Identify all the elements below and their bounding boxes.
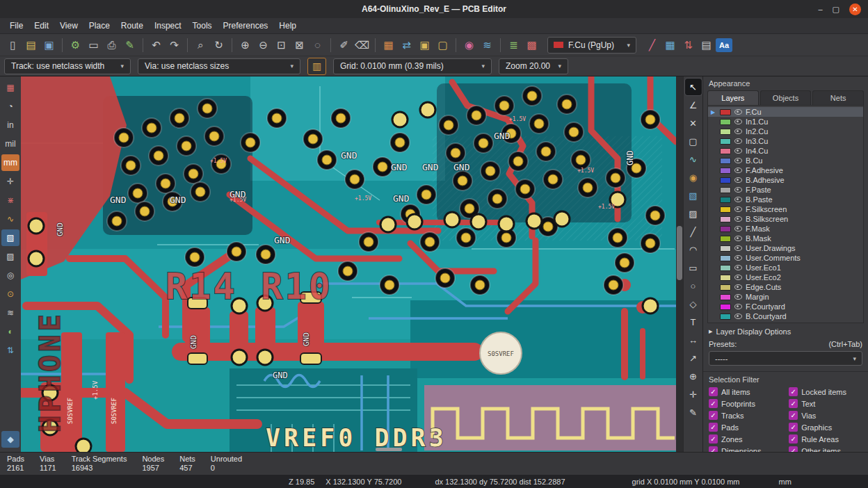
grid-selector[interactable]: Grid: 0.0100 mm (0.39 mils) ▾ (333, 58, 492, 74)
visibility-eye-icon[interactable] (734, 265, 742, 270)
layer-row-in4-cu[interactable]: In4.Cu (708, 146, 863, 156)
layer-row-b-courtyard[interactable]: B.Courtyard (708, 311, 863, 321)
visibility-eye-icon[interactable] (734, 314, 742, 319)
tab-nets[interactable]: Nets (812, 90, 864, 105)
highlight-net-icon[interactable]: ◉ (460, 36, 478, 54)
add-leader-icon[interactable]: ↗ (685, 350, 702, 366)
pad[interactable] (499, 216, 514, 231)
layer-color-swatch[interactable] (720, 255, 731, 261)
pad[interactable] (471, 214, 486, 229)
visibility-eye-icon[interactable] (734, 255, 742, 261)
track-width-selector[interactable]: Track: use netclass width ▾ (4, 58, 131, 74)
draw-line-icon[interactable]: ╱ (685, 223, 702, 240)
units-mm-icon[interactable]: mm (1, 154, 19, 171)
visibility-eye-icon[interactable] (734, 294, 742, 300)
new-board-icon[interactable]: ▯ (4, 36, 22, 54)
pad[interactable] (29, 218, 44, 234)
grid-style-icon[interactable]: ▦ (661, 36, 679, 54)
filter-item-footprints[interactable]: ✓Footprints (709, 399, 786, 408)
scrollbar-thumb[interactable] (677, 226, 682, 280)
layer-color-swatch[interactable] (720, 314, 731, 320)
layer-row-f-mask[interactable]: F.Mask (708, 224, 863, 234)
visibility-eye-icon[interactable] (734, 197, 742, 202)
visibility-eye-icon[interactable] (734, 284, 742, 290)
pad[interactable] (420, 102, 435, 117)
checkbox-checked-icon[interactable]: ✓ (709, 399, 718, 408)
visibility-eye-icon[interactable] (734, 236, 742, 241)
layer-row-in3-cu[interactable]: In3.Cu (708, 136, 863, 146)
footprint-editor-icon[interactable]: ▦ (380, 36, 397, 54)
edit-icon[interactable]: ✐ (335, 36, 353, 54)
menu-item-inspect[interactable]: Inspect (149, 19, 187, 32)
layer-row-f-adhesive[interactable]: F.Adhesive (708, 165, 863, 175)
layer-row-user-eco2[interactable]: User.Eco2 (708, 273, 863, 282)
filter-item-all-items[interactable]: ✓All items (709, 387, 786, 396)
layer-color-swatch[interactable] (720, 138, 731, 145)
add-dimension-icon[interactable]: ↔ (685, 332, 702, 348)
checkbox-checked-icon[interactable]: ✓ (789, 434, 798, 444)
filter-item-graphics[interactable]: ✓Graphics (789, 423, 862, 432)
menu-item-edit[interactable]: Edit (29, 19, 54, 32)
units-inches-icon[interactable]: in (1, 117, 19, 133)
delete-tool-icon[interactable]: ✕ (685, 115, 702, 131)
layer-color-swatch[interactable] (720, 109, 731, 115)
pad[interactable] (257, 350, 273, 365)
filter-item-zones[interactable]: ✓Zones (709, 434, 786, 444)
lock-icon[interactable]: ▣ (416, 36, 433, 54)
pad[interactable] (444, 212, 460, 227)
zoom-selector[interactable]: Zoom 20.00 ▾ (499, 58, 568, 74)
tab-layers[interactable]: Layers (707, 90, 759, 105)
pad[interactable] (554, 211, 570, 227)
highlight-toggle-icon[interactable]: ╱ (643, 36, 661, 54)
pad[interactable] (232, 350, 247, 365)
add-zone-icon[interactable]: ▧ (685, 187, 702, 204)
tab-objects[interactable]: Objects (760, 90, 812, 105)
pcb-canvas[interactable]: GNDGNDGNDGNDGNDGNDGNDGNDGNDGNDGNDGNDGNDG… (21, 76, 676, 452)
pad[interactable] (76, 439, 91, 452)
checkbox-checked-icon[interactable]: ✓ (789, 423, 798, 432)
pad[interactable] (527, 213, 542, 229)
checkbox-checked-icon[interactable]: ✓ (709, 423, 718, 432)
board-setup-icon[interactable]: ⚙ (67, 36, 84, 54)
layer-display-options[interactable]: ▸ Layer Display Options (703, 323, 868, 338)
pad[interactable] (380, 217, 396, 232)
grid-origin-icon[interactable]: ✛ (685, 386, 702, 402)
filter-item-rule-areas[interactable]: ✓Rule Areas (789, 434, 862, 444)
refresh-icon[interactable]: ↻ (210, 36, 227, 54)
select-tool-icon[interactable]: ↖ (685, 79, 702, 95)
ruler-tool-icon[interactable]: ∠ (685, 97, 702, 113)
layer-color-swatch[interactable] (720, 226, 731, 232)
zoom-selection-icon[interactable]: ◌ (309, 36, 326, 54)
cursor-shape-icon[interactable]: ✛ (1, 173, 19, 190)
pad[interactable] (29, 251, 44, 266)
net-inspector-panel-icon[interactable]: ▤ (698, 36, 715, 54)
net-inspector-icon[interactable]: ≣ (505, 36, 522, 54)
drc-icon[interactable]: ▩ (523, 36, 540, 54)
filter-item-locked-items[interactable]: ✓Locked items (789, 387, 862, 396)
menu-item-file[interactable]: File (4, 19, 29, 32)
zoom-in-icon[interactable]: ⊕ (236, 36, 254, 54)
filter-item-vias[interactable]: ✓Vias (789, 411, 862, 420)
menu-item-view[interactable]: View (54, 19, 83, 32)
layer-row-f-silkscreen[interactable]: F.Silkscreen (708, 204, 863, 214)
layer-row-b-adhesive[interactable]: B.Adhesive (708, 175, 863, 185)
menu-item-route[interactable]: Route (115, 19, 149, 32)
checkbox-checked-icon[interactable]: ✓ (709, 434, 718, 444)
undo-icon[interactable]: ↶ (147, 36, 165, 54)
update-pcb-icon[interactable]: ⇄ (398, 36, 415, 54)
grid-toggle-icon[interactable]: ▦ (1, 79, 19, 96)
expand-arrow-icon[interactable]: ▸ (709, 327, 713, 336)
layer-color-swatch[interactable] (720, 304, 731, 310)
layer-row-b-paste[interactable]: B.Paste (708, 195, 863, 204)
layer-row-margin[interactable]: Margin (708, 292, 863, 302)
filter-item-text[interactable]: ✓Text (789, 399, 862, 408)
via-sketch-icon[interactable]: ⊙ (1, 286, 19, 302)
via-size-selector[interactable]: Via: use netclass sizes ▾ (138, 58, 300, 74)
zoom-fit-icon[interactable]: ⊡ (273, 36, 290, 54)
add-keepout-icon[interactable]: ▨ (685, 205, 702, 222)
layer-color-swatch[interactable] (720, 177, 731, 184)
layer-row-user-eco1[interactable]: User.Eco1 (708, 263, 863, 273)
plot-icon[interactable]: ✎ (121, 36, 138, 54)
layer-color-swatch[interactable] (720, 148, 731, 154)
layer-color-swatch[interactable] (720, 129, 731, 135)
